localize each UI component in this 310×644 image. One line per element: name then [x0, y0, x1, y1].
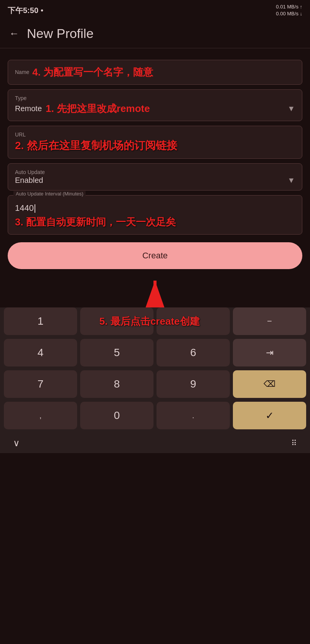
key-enter[interactable]: ✓ — [233, 402, 306, 429]
create-button-wrapper: Create — [8, 239, 302, 269]
keyboard-row-2: 4 5 6 ⇥ — [4, 339, 306, 366]
network-status: 0.01 MB/s ↑ 0.00 MB/s ↓ — [276, 3, 302, 17]
name-field[interactable]: Name 4. 为配置写一个名字，随意 — [8, 60, 302, 85]
key-period[interactable]: . — [157, 402, 230, 429]
key-1[interactable]: 1 — [4, 307, 77, 335]
key-2[interactable]: 2 — [80, 307, 153, 335]
key-backspace[interactable]: ⌫ — [233, 370, 306, 398]
key-8[interactable]: 8 — [80, 370, 153, 398]
interval-value: 1440 — [15, 203, 295, 213]
type-field[interactable]: Type Remote 1. 先把这里改成remote ▼ — [8, 89, 302, 121]
back-button[interactable]: ← — [9, 28, 19, 39]
form-container: Name 4. 为配置写一个名字，随意 Type Remote 1. 先把这里改… — [0, 56, 310, 273]
interval-legend: Auto Update Interval (Minutes) — [13, 191, 86, 197]
auto-update-field[interactable]: Auto Update Enabled ▼ — [8, 163, 302, 191]
type-label: Type — [15, 95, 295, 101]
page-title: New Profile — [27, 26, 94, 41]
key-9[interactable]: 9 — [157, 370, 230, 398]
type-dropdown-icon[interactable]: ▼ — [287, 104, 295, 113]
interval-field[interactable]: Auto Update Interval (Minutes) 1440 3. 配… — [8, 195, 302, 235]
name-label: Name — [15, 69, 29, 75]
header-divider — [0, 48, 310, 48]
type-value: Remote — [15, 104, 42, 113]
text-cursor — [35, 204, 35, 213]
keyboard-row-3: 7 8 9 ⌫ — [4, 370, 306, 398]
key-0[interactable]: 0 — [80, 402, 153, 429]
name-annotation: 4. 为配置写一个名字，随意 — [32, 66, 153, 79]
arrow-annotation — [0, 273, 310, 307]
keyboard-row-1: 1 2 5. 最后点击create创建 3 − — [4, 307, 306, 335]
type-annotation: 1. 先把这里改成remote — [46, 102, 150, 115]
url-field[interactable]: URL 2. 然后在这里复制机场的订阅链接 — [8, 126, 302, 159]
bottom-bar: ∨ ⠿ — [4, 433, 306, 453]
key-3[interactable]: 3 — [157, 307, 230, 335]
red-arrow-icon — [132, 275, 178, 309]
key-6[interactable]: 6 — [157, 339, 230, 366]
auto-update-dropdown-icon[interactable]: ▼ — [287, 176, 295, 185]
key-tab[interactable]: ⇥ — [233, 339, 306, 366]
auto-update-value: Enabled — [15, 176, 43, 185]
keyboard-container: 1 2 5. 最后点击create创建 3 − 4 5 6 ⇥ — [0, 307, 310, 453]
key-2-wrapper: 2 5. 最后点击create创建 — [80, 307, 153, 335]
create-button[interactable]: Create — [8, 242, 302, 269]
status-dot: • — [41, 6, 43, 15]
auto-update-label: Auto Update — [15, 169, 295, 175]
interval-annotation: 3. 配置自动更新时间，一天一次足矣 — [15, 215, 295, 229]
key-minus[interactable]: − — [233, 307, 306, 335]
key-4[interactable]: 4 — [4, 339, 77, 366]
header: ← New Profile — [0, 19, 310, 48]
url-label: URL — [15, 131, 295, 138]
keyboard-hide-button[interactable]: ∨ — [13, 438, 20, 449]
key-5[interactable]: 5 — [80, 339, 153, 366]
keyboard-switch-button[interactable]: ⠿ — [291, 439, 297, 448]
key-comma[interactable]: , — [4, 402, 77, 429]
status-bar: 下午5:50 • 0.01 MB/s ↑ 0.00 MB/s ↓ — [0, 0, 310, 19]
status-time: 下午5:50 — [8, 5, 38, 16]
keyboard-row-4: , 0 . ✓ — [4, 402, 306, 429]
url-annotation: 2. 然后在这里复制机场的订阅链接 — [15, 138, 295, 153]
key-7[interactable]: 7 — [4, 370, 77, 398]
